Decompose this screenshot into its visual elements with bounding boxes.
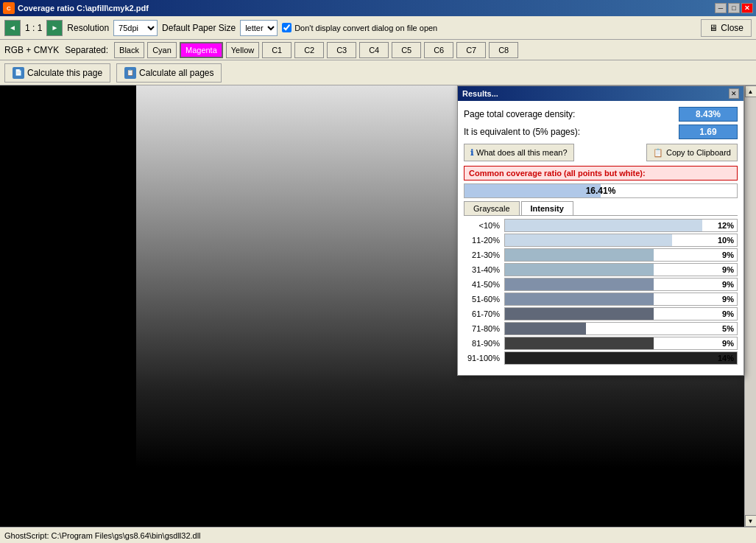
chart-row: 41-50%9% — [464, 278, 738, 291]
chart-tabs: Grayscale Intensity — [464, 201, 738, 216]
chart-row-label: <10% — [464, 221, 504, 230]
app-icon: C — [3, 2, 15, 14]
chart-value: 9% — [722, 337, 734, 349]
chart-row: 91-100%14% — [464, 351, 738, 365]
chart-value: 9% — [722, 308, 734, 320]
maximize-button[interactable]: □ — [728, 3, 740, 13]
chart-value: 14% — [718, 352, 734, 364]
action-buttons-row: ℹ What does all this mean? 📋 Copy to Cli… — [464, 144, 738, 161]
clipboard-button[interactable]: 📋 Copy to Clipboard — [646, 144, 738, 161]
calculate-page-button[interactable]: 📄 Calculate this page — [4, 63, 110, 83]
chart-bar-container: 9% — [504, 337, 738, 350]
cyan-button[interactable]: Cyan — [147, 42, 177, 58]
minimize-button[interactable]: ─ — [715, 3, 727, 13]
tab-grayscale[interactable]: Grayscale — [464, 201, 520, 215]
main-scrollbar[interactable]: ▲ ▼ — [744, 85, 756, 527]
chart-bar-container: 9% — [504, 263, 738, 276]
chart-value: 10% — [718, 234, 734, 246]
chart-row: 81-90%9% — [464, 337, 738, 350]
prev-page-button[interactable]: ◄ — [4, 20, 21, 36]
c6-button[interactable]: C6 — [424, 42, 453, 58]
close-icon: 🖥 — [709, 23, 718, 33]
chart-row-label: 31-40% — [464, 265, 504, 274]
chart-row: 11-20%10% — [464, 234, 738, 247]
dont-display-label: Don't display convert dialog on file ope… — [294, 24, 437, 32]
scroll-up-button[interactable]: ▲ — [745, 85, 757, 97]
chart-bar — [505, 293, 654, 305]
coverage-bar: 16.41% — [464, 183, 738, 198]
chart-row-label: 91-100% — [464, 354, 504, 362]
coverage-density-value: 8.43% — [679, 107, 738, 122]
dialog-close-button[interactable]: ✕ — [729, 88, 739, 99]
c1-button[interactable]: C1 — [262, 42, 292, 58]
calculate-page-icon: 📄 — [13, 67, 24, 79]
dont-display-checkbox[interactable] — [282, 23, 292, 32]
chart-bar — [505, 323, 586, 334]
clipboard-icon: 📋 — [653, 148, 663, 158]
calculate-all-icon: 📋 — [124, 67, 136, 79]
results-dialog: Results... ✕ Page total coverage density… — [457, 85, 744, 376]
help-icon: ℹ — [470, 148, 473, 158]
chart-value: 9% — [722, 264, 734, 276]
yellow-button[interactable]: Yellow — [226, 42, 259, 58]
close-app-button[interactable]: 🖥 Close — [701, 19, 752, 37]
toolbar-nav: ◄ 1 : 1 ► Resolution 75dpi 150dpi 300dpi… — [0, 16, 756, 40]
preview-black-bottom — [136, 468, 756, 527]
separated-label: Separated: — [65, 45, 108, 55]
chart-row: 71-80%5% — [464, 322, 738, 335]
chart-row-label: 41-50% — [464, 280, 504, 289]
coverage-bar-row: 16.41% — [464, 183, 738, 198]
chart-bar-container: 5% — [504, 322, 738, 335]
chart-bar — [505, 264, 654, 276]
coverage-density-label: Page total coverage density: — [464, 109, 575, 119]
chart-bar — [505, 352, 737, 364]
chart-bar-container: 14% — [504, 351, 738, 365]
status-text: GhostScript: C:\Program Files\gs\gs8.64\… — [4, 531, 201, 540]
c2-button[interactable]: C2 — [294, 42, 324, 58]
toolbar-calculate: 📄 Calculate this page 📋 Calculate all pa… — [0, 60, 756, 85]
chart-area: <10%12%11-20%10%21-30%9%31-40%9%41-50%9%… — [464, 216, 738, 369]
c5-button[interactable]: C5 — [392, 42, 421, 58]
chart-row: <10%12% — [464, 219, 738, 232]
chart-value: 9% — [722, 249, 734, 261]
equivalent-label: It is equivalent to (5% pages): — [464, 127, 580, 137]
window-close-button[interactable]: ✕ — [741, 3, 753, 13]
chart-row-label: 11-20% — [464, 236, 504, 245]
c8-button[interactable]: C8 — [489, 42, 518, 58]
paper-size-label: Default Paper Size — [162, 23, 236, 33]
chart-row: 21-30%9% — [464, 248, 738, 262]
resolution-label: Resolution — [67, 23, 109, 33]
chart-row: 31-40%9% — [464, 263, 738, 276]
chart-row-label: 71-80% — [464, 324, 504, 333]
preview-black-left — [0, 85, 136, 527]
status-bar: GhostScript: C:\Program Files\gs\gs8.64\… — [0, 527, 756, 543]
coverage-density-row: Page total coverage density: 8.43% — [464, 107, 738, 122]
next-page-button[interactable]: ► — [46, 20, 63, 36]
scroll-down-button[interactable]: ▼ — [745, 515, 757, 527]
chart-bar — [505, 308, 654, 320]
dialog-body: Page total coverage density: 8.43% It is… — [458, 101, 743, 375]
c4-button[interactable]: C4 — [359, 42, 389, 58]
magenta-button[interactable]: Magenta — [180, 42, 223, 58]
chart-bar — [505, 337, 654, 349]
coverage-bar-text: 16.41% — [464, 184, 737, 197]
common-coverage-label: Common coverage ratio (all points but wh… — [469, 169, 646, 178]
black-button[interactable]: Black — [114, 42, 144, 58]
title-bar: C Coverage ratio C:\apfill\cmyk2.pdf ─ □… — [0, 0, 756, 16]
chart-value: 12% — [718, 220, 734, 231]
toolbar-colors: RGB + CMYK Separated: Black Cyan Magenta… — [0, 40, 756, 60]
help-button[interactable]: ℹ What does all this mean? — [464, 144, 574, 161]
window-title: Coverage ratio C:\apfill\cmyk2.pdf — [18, 4, 149, 13]
paper-size-select[interactable]: letter A4 — [240, 20, 278, 36]
equivalent-row: It is equivalent to (5% pages): 1.69 — [464, 125, 738, 139]
c7-button[interactable]: C7 — [456, 42, 486, 58]
chart-bar — [505, 249, 654, 261]
chart-bar — [505, 220, 702, 231]
main-content: ▲ ▼ Results... ✕ Page total coverage den… — [0, 85, 756, 527]
calculate-all-button[interactable]: 📋 Calculate all pages — [116, 63, 222, 83]
resolution-select[interactable]: 75dpi 150dpi 300dpi — [113, 20, 158, 36]
tab-intensity[interactable]: Intensity — [521, 201, 573, 215]
dont-display-option[interactable]: Don't display convert dialog on file ope… — [282, 23, 437, 32]
c3-button[interactable]: C3 — [327, 42, 356, 58]
chart-value: 9% — [722, 278, 734, 290]
